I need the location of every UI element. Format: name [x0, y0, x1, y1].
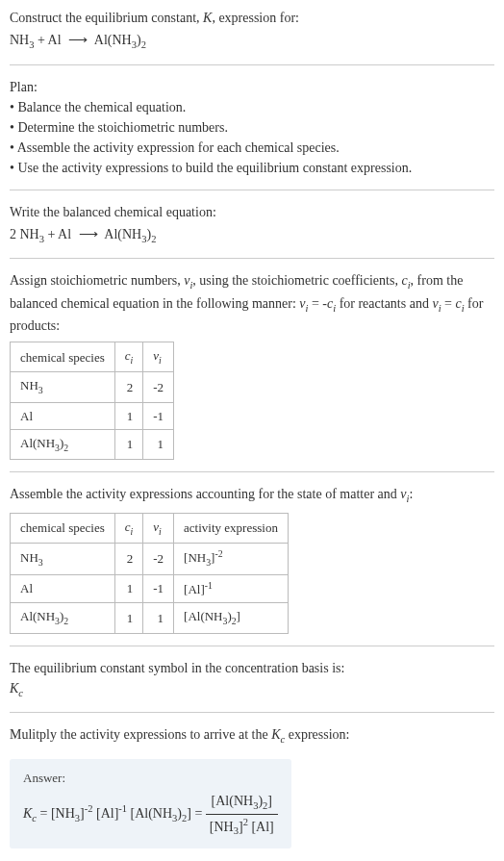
- table-row: Al(NH3)2 1 1 [Al(NH3)2]: [11, 603, 289, 633]
- symbol-section: The equilibrium constant symbol in the c…: [10, 658, 494, 701]
- col-vi: νi: [143, 513, 174, 543]
- answer-expression: Kc = [NH3]-2 [Al]-1 [Al(NH3)2] = [Al(NH3…: [23, 791, 278, 839]
- balanced-heading: Write the balanced chemical equation:: [10, 202, 494, 222]
- table-row: NH3 2 -2: [11, 372, 174, 402]
- cell-species: Al(NH3)2: [11, 430, 115, 460]
- cell-species: NH3: [11, 372, 115, 402]
- activity-heading: Assemble the activity expressions accoun…: [10, 484, 494, 507]
- stoich-table: chemical species ci νi NH3 2 -2 Al 1 -1 …: [10, 342, 174, 460]
- cell-ci: 1: [114, 402, 143, 430]
- cell-species: Al(NH3)2: [11, 603, 115, 633]
- multiply-section: Mulitply the activity expressions to arr…: [10, 724, 494, 747]
- divider: [10, 258, 494, 259]
- divider: [10, 471, 494, 472]
- table-row: Al 1 -1 [Al]-1: [11, 574, 289, 603]
- cell-activity: [Al]-1: [174, 574, 289, 603]
- activity-table: chemical species ci νi activity expressi…: [10, 513, 289, 634]
- cell-species: NH3: [11, 544, 115, 575]
- answer-box: Answer: Kc = [NH3]-2 [Al]-1 [Al(NH3)2] =…: [10, 759, 291, 848]
- cell-ci: 1: [114, 603, 143, 633]
- col-vi: νi: [143, 342, 174, 372]
- cell-vi: -1: [143, 402, 174, 430]
- cell-vi: 1: [143, 603, 174, 633]
- cell-ci: 1: [114, 574, 143, 603]
- intro-equation: NH3 + Al ⟶ Al(NH3)2: [10, 30, 494, 53]
- plan-item: Use the activity expressions to build th…: [10, 158, 494, 178]
- cell-activity: [NH3]-2: [174, 544, 289, 575]
- plan-item: Determine the stoichiometric numbers.: [10, 117, 494, 138]
- plan-item: Assemble the activity expression for eac…: [10, 138, 494, 158]
- cell-vi: -2: [143, 372, 174, 402]
- table-row: NH3 2 -2 [NH3]-2: [11, 544, 289, 575]
- activity-section: Assemble the activity expressions accoun…: [10, 484, 494, 633]
- plan-item: Balance the chemical equation.: [10, 97, 494, 117]
- answer-label: Answer:: [23, 769, 278, 788]
- divider: [10, 712, 494, 713]
- col-ci: ci: [114, 513, 143, 543]
- table-row: Al(NH3)2 1 1: [11, 430, 174, 460]
- cell-vi: -2: [143, 544, 174, 575]
- col-species: chemical species: [11, 513, 115, 543]
- divider: [10, 190, 494, 190]
- plan-heading: Plan:: [10, 77, 494, 97]
- table-header-row: chemical species ci νi: [11, 342, 174, 372]
- stoich-text: Assign stoichiometric numbers, νi, using…: [10, 270, 494, 336]
- cell-activity: [Al(NH3)2]: [174, 603, 289, 633]
- divider: [10, 646, 494, 646]
- multiply-heading: Mulitply the activity expressions to arr…: [10, 724, 494, 747]
- cell-species: Al: [11, 402, 115, 430]
- cell-ci: 2: [114, 372, 143, 402]
- divider: [10, 64, 494, 65]
- cell-ci: 2: [114, 544, 143, 575]
- plan-list: Balance the chemical equation. Determine…: [10, 97, 494, 178]
- col-species: chemical species: [11, 342, 115, 372]
- intro-section: Construct the equilibrium constant, K, e…: [10, 8, 494, 53]
- col-ci: ci: [114, 342, 143, 372]
- col-activity: activity expression: [174, 513, 289, 543]
- plan-section: Plan: Balance the chemical equation. Det…: [10, 77, 494, 178]
- cell-species: Al: [11, 574, 115, 603]
- table-row: Al 1 -1: [11, 402, 174, 430]
- symbol-text: The equilibrium constant symbol in the c…: [10, 658, 494, 678]
- stoich-section: Assign stoichiometric numbers, νi, using…: [10, 270, 494, 460]
- symbol-value: Kc: [10, 678, 494, 701]
- balanced-section: Write the balanced chemical equation: 2 …: [10, 202, 494, 247]
- cell-vi: 1: [143, 430, 174, 460]
- intro-text: Construct the equilibrium constant, K, e…: [10, 8, 494, 28]
- cell-ci: 1: [114, 430, 143, 460]
- balanced-equation: 2 NH3 + Al ⟶ Al(NH3)2: [10, 224, 494, 247]
- cell-vi: -1: [143, 574, 174, 603]
- table-header-row: chemical species ci νi activity expressi…: [11, 513, 289, 543]
